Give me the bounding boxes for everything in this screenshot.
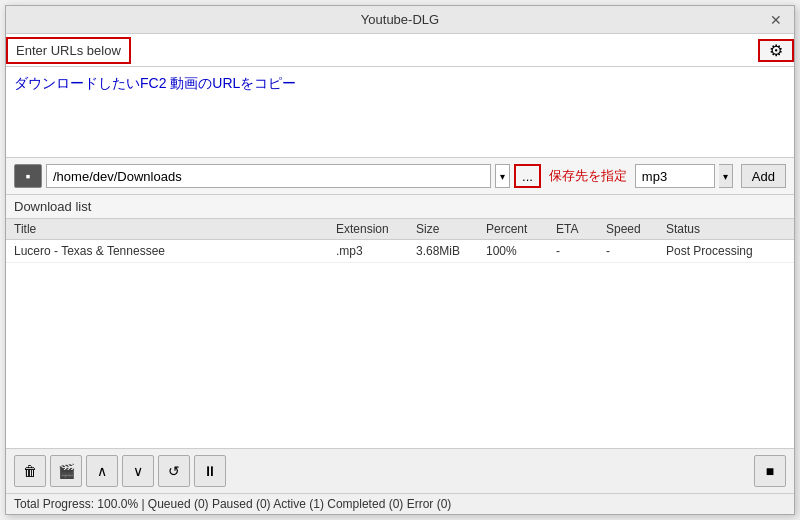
col-eta: ETA [556,222,606,236]
col-extension: Extension [336,222,416,236]
add-button[interactable]: Add [741,164,786,188]
row-percent: 100% [486,244,556,258]
row-extension: .mp3 [336,244,416,258]
title-bar: Youtube-DLG ✕ [6,6,794,34]
table-body: Lucero - Texas & Tennessee .mp3 3.68MiB … [6,240,794,448]
path-dropdown-button[interactable]: ▾ [495,164,510,188]
url-section: Enter URLs below ⚙ ダウンロードしたいFC2 動画のURLをコ… [6,34,794,158]
status-text: Total Progress: 100.0% | Queued (0) Paus… [14,497,451,511]
refresh-button[interactable]: ↺ [158,455,190,487]
delete-icon: 🗑 [23,463,37,479]
up-icon: ∧ [97,463,107,479]
settings-button[interactable]: ⚙ [758,39,794,62]
col-size: Size [416,222,486,236]
save-label: 保存先を指定 [545,167,631,185]
stop-button[interactable]: ■ [754,455,786,487]
status-bar: Total Progress: 100.0% | Queued (0) Paus… [6,493,794,514]
delete-button[interactable]: 🗑 [14,455,46,487]
url-textarea[interactable]: ダウンロードしたいFC2 動画のURLをコピー [6,67,794,157]
url-label: Enter URLs below [6,37,131,64]
toolbar: 🗑 🎬 ∧ ∨ ↺ ⏸ ■ [6,448,794,493]
window-title: Youtube-DLG [34,12,766,27]
row-eta: - [556,244,606,258]
toolbar-left: 🗑 🎬 ∧ ∨ ↺ ⏸ [14,455,226,487]
stop-icon: ■ [766,463,774,479]
url-top-row: Enter URLs below ⚙ [6,34,794,67]
close-button[interactable]: ✕ [766,12,786,28]
pause-icon: ⏸ [203,463,217,479]
row-speed: - [606,244,666,258]
main-window: Youtube-DLG ✕ Enter URLs below ⚙ ダウンロードし… [5,5,795,515]
format-dropdown-button[interactable]: ▾ [719,164,733,188]
refresh-icon: ↺ [168,463,180,479]
video-button[interactable]: 🎬 [50,455,82,487]
video-icon: 🎬 [58,463,75,479]
toolbar-right: ■ [754,455,786,487]
row-title: Lucero - Texas & Tennessee [14,244,336,258]
table-row[interactable]: Lucero - Texas & Tennessee .mp3 3.68MiB … [6,240,794,263]
folder-icon: ▪ [26,168,31,184]
path-input[interactable] [46,164,491,188]
path-row: ▪ ▾ ... 保存先を指定 ▾ Add [6,158,794,195]
format-input[interactable] [635,164,715,188]
up-button[interactable]: ∧ [86,455,118,487]
table-header: Title Extension Size Percent ETA Speed S… [6,219,794,240]
down-button[interactable]: ∨ [122,455,154,487]
pause-button[interactable]: ⏸ [194,455,226,487]
col-speed: Speed [606,222,666,236]
download-list-label: Download list [6,195,794,219]
col-title: Title [14,222,336,236]
down-icon: ∨ [133,463,143,479]
download-list-section: Download list Title Extension Size Perce… [6,195,794,448]
folder-icon-button[interactable]: ▪ [14,164,42,188]
col-status: Status [666,222,786,236]
col-percent: Percent [486,222,556,236]
row-status: Post Processing [666,244,786,258]
row-size: 3.68MiB [416,244,486,258]
ellipsis-button[interactable]: ... [514,164,541,188]
content-area: Enter URLs below ⚙ ダウンロードしたいFC2 動画のURLをコ… [6,34,794,514]
